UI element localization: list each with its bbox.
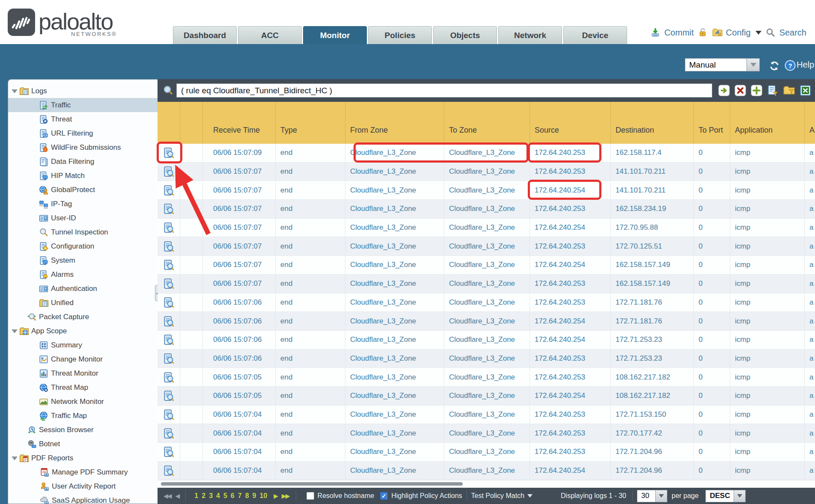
page-number-10[interactable]: 10 xyxy=(259,492,267,500)
sidebar-item-threat-map[interactable]: Threat Map xyxy=(8,380,158,394)
sort-order-select[interactable]: DESC xyxy=(705,490,734,502)
table-row[interactable]: 06/06 15:07:06endCloudflare_L3_ZoneCloud… xyxy=(158,312,815,331)
table-row[interactable]: 06/06 15:07:04endCloudflare_L3_ZoneCloud… xyxy=(158,406,815,424)
horizontal-scrollbar-thumb[interactable] xyxy=(161,482,463,486)
sidebar-item-traffic-map[interactable]: Traffic Map xyxy=(8,409,158,423)
clear-filter-icon[interactable] xyxy=(735,85,746,96)
table-row[interactable]: 06/06 15:07:07endCloudflare_L3_ZoneCloud… xyxy=(158,275,815,294)
log-detail-icon[interactable] xyxy=(164,316,174,326)
column-header-to-zone[interactable]: To Zone xyxy=(444,102,530,144)
commit-button[interactable]: Commit xyxy=(664,28,694,38)
log-filter-input[interactable] xyxy=(176,83,712,98)
per-page-dropdown-button[interactable] xyxy=(656,490,667,502)
search-button[interactable]: Search xyxy=(779,28,806,38)
log-detail-icon[interactable] xyxy=(164,465,174,476)
search-icon[interactable] xyxy=(765,27,776,38)
log-detail-icon[interactable] xyxy=(164,148,174,158)
sidebar-item-authentication[interactable]: Authentication xyxy=(8,282,158,296)
log-detail-icon[interactable] xyxy=(164,409,174,420)
filter-builder-icon[interactable] xyxy=(767,85,779,96)
table-row[interactable]: 06/06 15:07:07endCloudflare_L3_ZoneCloud… xyxy=(158,181,815,200)
highlight-policy-actions-checkbox[interactable]: ✓ xyxy=(380,492,388,500)
resolve-hostname-checkbox[interactable] xyxy=(306,492,314,500)
column-header-type[interactable]: Type xyxy=(276,102,345,144)
config-caret-icon[interactable] xyxy=(756,31,761,35)
column-header-destination[interactable]: Destination xyxy=(611,102,694,144)
page-number-2[interactable]: 2 xyxy=(202,492,205,500)
per-page-select[interactable]: 30 xyxy=(637,490,656,502)
table-row[interactable]: 06/06 15:07:04endCloudflare_L3_ZoneCloud… xyxy=(158,443,815,462)
sidebar-item-summary[interactable]: Summary xyxy=(8,338,158,352)
table-row[interactable]: 06/06 15:07:09endCloudflare_L3_ZoneCloud… xyxy=(158,144,815,163)
page-number-7[interactable]: 7 xyxy=(238,492,242,500)
log-detail-icon[interactable] xyxy=(164,222,174,233)
help-label[interactable]: Help xyxy=(797,60,814,70)
table-row[interactable]: 06/06 15:07:07endCloudflare_L3_ZoneCloud… xyxy=(158,200,815,219)
tab-network[interactable]: Network xyxy=(498,26,562,44)
expander-icon[interactable] xyxy=(11,328,18,335)
last-page-button[interactable]: ▶▶ xyxy=(282,492,289,499)
log-detail-icon[interactable] xyxy=(164,335,174,345)
sort-order-dropdown-button[interactable] xyxy=(734,490,746,502)
column-header-source[interactable]: Source xyxy=(530,102,611,144)
sidebar-item-ip-tag[interactable]: IP-Tag xyxy=(8,197,158,211)
log-detail-icon[interactable] xyxy=(164,204,174,214)
export-icon[interactable] xyxy=(800,85,811,96)
sidebar-item-user-activity-report[interactable]: User Activity Report xyxy=(8,479,158,493)
config-folder-icon[interactable] xyxy=(712,27,722,38)
test-policy-match-button[interactable]: Test Policy Match xyxy=(471,492,532,500)
tab-monitor[interactable]: Monitor xyxy=(303,26,367,44)
log-detail-icon[interactable] xyxy=(164,447,174,457)
table-row[interactable]: 06/06 15:07:04endCloudflare_L3_ZoneCloud… xyxy=(158,424,815,443)
commit-icon[interactable] xyxy=(650,27,660,38)
column-header-application[interactable]: Application xyxy=(730,102,805,144)
log-detail-icon[interactable] xyxy=(164,241,174,252)
first-page-button[interactable]: ◀◀ xyxy=(164,492,171,499)
table-row[interactable]: 06/06 15:07:07endCloudflare_L3_ZoneCloud… xyxy=(158,256,815,275)
sidebar-item-app-scope[interactable]: App Scope xyxy=(8,324,158,338)
sidebar-item-packet-capture[interactable]: Packet Capture xyxy=(8,310,158,324)
sidebar-item-configuration[interactable]: Configuration xyxy=(8,239,158,253)
tab-device[interactable]: Device xyxy=(563,26,627,44)
sidebar-item-hip-match[interactable]: HIP Match xyxy=(8,169,158,183)
log-detail-icon[interactable] xyxy=(164,391,174,401)
table-row[interactable]: 06/06 15:07:06endCloudflare_L3_ZoneCloud… xyxy=(158,350,815,368)
sidebar-item-wildfire-submissions[interactable]: WildFire Submissions xyxy=(8,140,158,154)
sidebar-item-manage-pdf-summary[interactable]: Manage PDF Summary xyxy=(8,465,158,479)
table-row[interactable]: 06/06 15:07:07endCloudflare_L3_ZoneCloud… xyxy=(158,219,815,237)
column-header-from-zone[interactable]: From Zone xyxy=(345,102,444,144)
refresh-interval-dropdown-button[interactable] xyxy=(747,58,760,71)
page-number-9[interactable]: 9 xyxy=(253,492,256,500)
sidebar-item-network-monitor[interactable]: Network Monitor xyxy=(8,394,158,409)
page-number-4[interactable]: 4 xyxy=(216,492,220,500)
log-detail-icon[interactable] xyxy=(164,185,174,196)
prev-page-button[interactable]: ◀ xyxy=(175,492,179,499)
page-number-5[interactable]: 5 xyxy=(223,492,227,500)
log-detail-icon[interactable] xyxy=(164,279,174,289)
column-header-receive-time[interactable]: Receive Time xyxy=(203,102,276,144)
log-detail-icon[interactable] xyxy=(164,166,174,177)
log-detail-icon[interactable] xyxy=(164,353,174,364)
sidebar-item-tunnel-inspection[interactable]: Tunnel Inspection xyxy=(8,225,158,239)
page-number-3[interactable]: 3 xyxy=(209,492,213,500)
tab-objects[interactable]: Objects xyxy=(433,26,497,44)
sidebar-item-pdf-reports[interactable]: PDF Reports xyxy=(8,451,158,465)
lock-icon[interactable] xyxy=(698,27,708,38)
sidebar-item-unified[interactable]: Unified xyxy=(8,296,158,310)
table-row[interactable]: 06/06 15:07:06endCloudflare_L3_ZoneCloud… xyxy=(158,294,815,312)
add-filter-icon[interactable] xyxy=(751,85,762,96)
table-row[interactable]: 06/06 15:07:06endCloudflare_L3_ZoneCloud… xyxy=(158,331,815,350)
config-button[interactable]: Config xyxy=(726,28,751,38)
sidebar-item-data-filtering[interactable]: Data Filtering xyxy=(8,154,158,169)
tab-acc[interactable]: ACC xyxy=(238,26,302,44)
sidebar-item-user-id[interactable]: User-ID xyxy=(8,211,158,225)
refresh-interval-select[interactable]: Manual xyxy=(685,58,747,71)
sidebar-item-alarms[interactable]: Alarms xyxy=(8,267,158,282)
apply-filter-icon[interactable] xyxy=(718,85,730,96)
expander-icon[interactable] xyxy=(11,88,18,95)
table-row[interactable]: 06/06 15:07:04endCloudflare_L3_ZoneCloud… xyxy=(158,462,815,480)
table-row[interactable]: 06/06 15:07:05endCloudflare_L3_ZoneCloud… xyxy=(158,368,815,387)
column-header-to-port[interactable]: To Port xyxy=(694,102,730,144)
sidebar-item-session-browser[interactable]: Session Browser xyxy=(8,423,158,437)
table-row[interactable]: 06/06 15:07:07endCloudflare_L3_ZoneCloud… xyxy=(158,163,815,181)
